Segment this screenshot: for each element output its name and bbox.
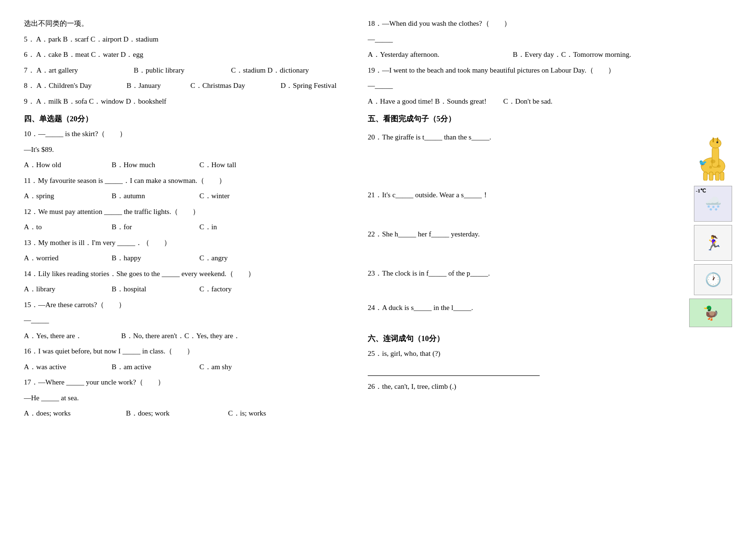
svg-rect-7 [713, 138, 714, 142]
q24-row: 24．A duck is s_____ in the l_____. 🦆 [368, 299, 732, 327]
q22-text: 22．She h_____ her f_____ yesterday. [368, 228, 689, 241]
q9-c: C．window [89, 97, 124, 105]
q16-c: C．am shy [200, 363, 232, 371]
q17-opts: A．does; works B．does; work C．is; works [24, 407, 349, 420]
q16-a: A．was active [24, 361, 110, 374]
svg-point-10 [711, 160, 715, 163]
exercise-image: 🏃‍♀️ [694, 225, 732, 261]
q17-a: A．does; works [24, 407, 124, 420]
q17-c: C．is; works [228, 409, 266, 417]
q5-num: 5． [24, 35, 35, 43]
q24-text: 24．A duck is s_____ in the l_____. [368, 302, 684, 314]
q6-c: C．water [91, 51, 118, 58]
svg-point-9 [716, 141, 718, 143]
q16-opts: A．was active B．am active C．am shy [24, 361, 349, 374]
q18-opts: A．Yesterday afternoon. B．Every day．C．Tom… [368, 49, 732, 61]
q6-num: 6． [24, 51, 35, 58]
duck-image: 🦆 [689, 299, 732, 327]
sec4-title: 四、单选题（20分） [24, 114, 349, 124]
q17-stem: 17．—Where _____ your uncle work?（ ） [24, 376, 349, 389]
q11-opts: A．spring B．autumn C．winter [24, 190, 349, 203]
q25-answer-line [368, 363, 732, 376]
q8-row: 8． A．Children's Day B．January C．Christma… [24, 80, 349, 92]
q18-a: A．Yesterday afternoon. [368, 49, 511, 61]
q19-sub: —_____ [368, 80, 732, 92]
q12-stem: 12．We must pay attention _____ the traff… [24, 206, 349, 218]
q9-a: A．milk [36, 97, 61, 105]
q10-a: A．How old [24, 159, 110, 171]
svg-rect-3 [715, 172, 719, 181]
q11-a: A．spring [24, 190, 110, 203]
q15-a: A．Yes, there are． [24, 330, 119, 342]
q23-row: 23．The clock is in f_____ of the p_____.… [368, 264, 732, 295]
svg-rect-5 [712, 147, 719, 167]
q14-stem: 14．Lily likes reading stories．She goes t… [24, 268, 349, 280]
q6-a: A．cake [36, 51, 61, 58]
q7-d: D．dictionary [267, 66, 309, 74]
q5-c: C．airport [91, 35, 122, 43]
q16-stem: 16．I was quiet before, but now I _____ i… [24, 345, 349, 358]
q23-text: 23．The clock is in f_____ of the p_____. [368, 267, 689, 280]
q11-c: C．winter [200, 192, 230, 200]
svg-point-12 [709, 166, 712, 169]
q12-c: C．in [200, 223, 217, 231]
q8-c: C．Christmas Day [191, 80, 279, 92]
q7-num: 7． [24, 66, 35, 74]
q8-num: 8． [24, 82, 35, 89]
q14-c: C．factory [200, 285, 232, 293]
q13-c: C．angry [200, 254, 228, 262]
q19-ab: A．Have a good time! B．Sounds great! [368, 96, 501, 108]
svg-rect-2 [709, 172, 713, 181]
q10-opts: A．How old B．How much C．How tall [24, 159, 349, 171]
cold-image: -1℃ 🌨️ [694, 186, 732, 222]
q7-row: 7． A．art gallery B．public library C．stad… [24, 64, 349, 77]
q12-b: B．for [112, 221, 198, 234]
q6-b: B．meat [64, 51, 89, 58]
q21-text: 21．It's c_____ outside. Wear a s_____！ [368, 189, 689, 202]
q15-stem: 15．—Are these carrots?（ ） [24, 299, 349, 311]
q13-opts: A．worried B．happy C．angry [24, 252, 349, 265]
q10-c: C．How tall [200, 161, 236, 169]
q8-d: D．Spring Festival [281, 82, 337, 89]
q19-stem: 19．—I went to the beach and took many be… [368, 64, 732, 77]
q5-row: 5． A．park B．scarf C．airport D．stadium [24, 33, 349, 46]
svg-rect-4 [720, 172, 724, 181]
q14-opts: A．library B．hospital C．factory [24, 283, 349, 296]
q10-stem: 10．—_____ is the skirt?（ ） [24, 128, 349, 140]
q26-stem: 26．the, can't, I, tree, climb (.) [368, 381, 732, 393]
q17-sub2: —He _____ at sea. [24, 392, 349, 405]
q7-c: C．stadium [231, 66, 266, 74]
q11-b: B．autumn [112, 190, 198, 203]
q13-b: B．happy [112, 252, 198, 265]
svg-text:🐦: 🐦 [699, 159, 707, 167]
q5-d: D．stadium [123, 35, 158, 43]
giraffe-image: 🐦 [689, 128, 732, 182]
q5-a: A．park [36, 35, 61, 43]
q18-bc: B．Every day．C．Tomorrow morning. [513, 51, 631, 58]
q25-stem: 25．is, girl, who, that (?) [368, 348, 732, 360]
q15-opts: A．Yes, there are． B．No, there aren't．C．Y… [24, 330, 349, 342]
q14-b: B．hospital [112, 283, 198, 296]
intro-text: 选出不同类的一项。 [24, 18, 349, 30]
q20-text: 20．The giraffe is t_____ than the s_____… [368, 131, 684, 144]
q9-d: D．bookshelf [126, 97, 166, 105]
q14-a: A．library [24, 283, 110, 296]
q17-b: B．does; work [126, 407, 226, 420]
q6-d: D．egg [120, 51, 143, 58]
q7-b: B．public library [134, 64, 229, 77]
svg-rect-1 [703, 172, 707, 181]
q8-b: B．January [127, 80, 189, 92]
q10-sub: —It's $89. [24, 144, 349, 156]
sec6-title: 六、连词成句（10分） [368, 334, 732, 344]
q9-num: 9． [24, 97, 35, 105]
q18-sub: —_____ [368, 33, 732, 46]
q16-b: B．am active [112, 361, 198, 374]
q11-stem: 11．My favourite season is _____．I can ma… [24, 175, 349, 187]
q10-b: B．How much [112, 159, 198, 171]
q19-opts: A．Have a good time! B．Sounds great! C．Do… [368, 96, 732, 108]
q21-row: 21．It's c_____ outside. Wear a s_____！ -… [368, 186, 732, 222]
q13-a: A．worried [24, 252, 110, 265]
svg-point-6 [710, 139, 721, 148]
q9-row: 9． A．milk B．sofa C．window D．bookshelf [24, 96, 349, 108]
q19-c: C．Don't be sad. [503, 97, 553, 105]
